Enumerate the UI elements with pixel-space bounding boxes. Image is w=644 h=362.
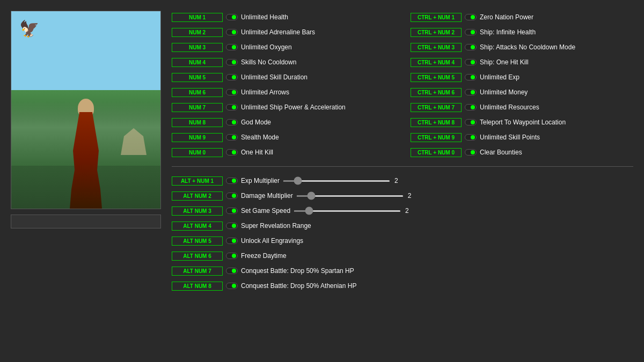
num-cheat-row: NUM 7 Unlimited Ship Power & Acceleratio… (172, 101, 394, 114)
toggle-icon[interactable] (465, 89, 477, 95)
ctrl-hotkey-btn[interactable]: CTRL + NUM 0 (411, 148, 462, 157)
ctrl-cheat-row: CTRL + NUM 5 Unlimited Exp (411, 71, 633, 84)
num-hotkey-btn[interactable]: NUM 7 (172, 103, 223, 112)
alt-hotkey-btn[interactable]: ALT NUM 4 (172, 221, 223, 231)
num-hotkey-btn[interactable]: NUM 8 (172, 118, 223, 127)
toggle-icon[interactable] (226, 74, 238, 80)
num-cheat-row: NUM 2 Unlimited Adrenaline Bars (172, 26, 394, 39)
num-cheat-row: NUM 1 Unlimited Health (172, 11, 394, 24)
ctrl-cheat-label: Unlimited Skill Points (480, 134, 540, 141)
multiplier-slider[interactable] (296, 195, 404, 197)
alt-hotkey-btn[interactable]: ALT NUM 8 (172, 282, 223, 291)
toggle-icon[interactable] (226, 89, 238, 95)
ctrl-hotkey-btn[interactable]: CTRL + NUM 4 (411, 58, 462, 67)
alt-cheat-label: Exp Multiplier (241, 177, 280, 184)
toggle-icon[interactable] (226, 14, 238, 20)
toggle-icon[interactable] (465, 44, 477, 50)
toggle-icon[interactable] (226, 208, 238, 214)
cheat-label: Unlimited Arrows (241, 88, 289, 96)
ctrl-hotkey-btn[interactable]: CTRL + NUM 6 (411, 88, 462, 97)
toggle-icon[interactable] (226, 119, 238, 125)
alt-section: ALT + NUM 1 Exp Multiplier 2 ALT NUM 2 D… (172, 174, 633, 292)
toggle-icon[interactable] (226, 29, 238, 35)
cheats-grid: NUM 1 Unlimited Health CTRL + NUM 1 Zero… (172, 11, 633, 159)
toggle-icon[interactable] (465, 14, 477, 20)
slider-container: 2 (294, 207, 633, 215)
alt-cheat-row: ALT NUM 4 Super Revelation Range (172, 219, 633, 232)
toggle-icon[interactable] (465, 119, 477, 125)
toggle-icon[interactable] (226, 149, 238, 156)
ctrl-cheat-row: CTRL + NUM 0 Clear Bounties (411, 146, 633, 159)
num-cheat-row: NUM 8 God Mode (172, 116, 394, 129)
ctrl-cheat-label: Ship: Infinite Health (480, 28, 536, 36)
num-cheat-row: NUM 0 One Hit Kill (172, 146, 394, 159)
ctrl-cheat-label: Ship: Attacks No Cooldown Mode (480, 43, 575, 51)
ctrl-hotkey-btn[interactable]: CTRL + NUM 1 (411, 13, 462, 22)
divider (172, 166, 633, 167)
game-cover: 🦅 (11, 11, 161, 209)
toggle-icon[interactable] (226, 238, 238, 244)
alt-hotkey-btn[interactable]: ALT NUM 6 (172, 252, 223, 261)
ctrl-hotkey-btn[interactable]: CTRL + NUM 2 (411, 28, 462, 37)
slider-container: 2 (296, 192, 633, 200)
num-hotkey-btn[interactable]: NUM 9 (172, 133, 223, 142)
toggle-icon[interactable] (465, 59, 477, 65)
num-hotkey-btn[interactable]: NUM 2 (172, 28, 223, 37)
alt-hotkey-btn[interactable]: ALT NUM 5 (172, 237, 223, 246)
toggle-icon[interactable] (226, 178, 238, 184)
ctrl-cheat-label: Clear Bounties (480, 149, 522, 156)
alt-cheat-label: Damage Multiplier (241, 192, 293, 200)
toggle-icon[interactable] (465, 29, 477, 35)
num-hotkey-btn[interactable]: NUM 1 (172, 13, 223, 22)
slider-value: 2 (405, 207, 413, 215)
toggle-icon[interactable] (226, 134, 238, 141)
slider-container: 2 (283, 177, 633, 184)
toggle-icon[interactable] (226, 223, 238, 229)
cheat-label: God Mode (241, 119, 271, 126)
alt-hotkey-btn[interactable]: ALT NUM 3 (172, 206, 223, 216)
toggle-icon[interactable] (465, 74, 477, 80)
alt-cheat-row: ALT NUM 3 Set Game Speed 2 (172, 204, 633, 217)
cheat-label: Unlimited Oxygen (241, 43, 292, 51)
right-panel: NUM 1 Unlimited Health CTRL + NUM 1 Zero… (172, 11, 633, 351)
ctrl-cheat-row: CTRL + NUM 6 Unlimited Money (411, 86, 633, 99)
multiplier-slider[interactable] (294, 210, 401, 212)
left-panel: 🦅 (11, 11, 161, 351)
toggle-icon[interactable] (226, 44, 238, 50)
ctrl-hotkey-btn[interactable]: CTRL + NUM 8 (411, 118, 462, 127)
alt-cheat-label: Super Revelation Range (241, 222, 311, 230)
alt-hotkey-btn[interactable]: ALT NUM 7 (172, 267, 223, 276)
toggle-icon[interactable] (226, 104, 238, 110)
ctrl-hotkey-btn[interactable]: CTRL + NUM 9 (411, 133, 462, 142)
num-hotkey-btn[interactable]: NUM 0 (172, 148, 223, 157)
alt-hotkey-btn[interactable]: ALT NUM 2 (172, 191, 223, 201)
multiplier-slider[interactable] (283, 180, 390, 182)
num-cheat-row: NUM 4 Skills No Cooldown (172, 56, 394, 69)
alt-cheat-label: Freeze Daytime (241, 252, 287, 260)
alt-cheat-label: Set Game Speed (241, 207, 290, 215)
alt-hotkey-btn[interactable]: ALT + NUM 1 (172, 176, 223, 186)
toggle-icon[interactable] (226, 268, 238, 274)
num-hotkey-btn[interactable]: NUM 3 (172, 43, 223, 52)
slider-value: 2 (408, 192, 416, 200)
ctrl-cheat-row: CTRL + NUM 7 Unlimited Resources (411, 101, 633, 114)
toggle-icon[interactable] (226, 253, 238, 259)
ctrl-cheat-label: Unlimited Resources (480, 104, 539, 111)
cheat-label: One Hit Kill (241, 149, 273, 156)
ctrl-cheat-label: Ship: One Hit Kill (480, 58, 529, 66)
toggle-icon[interactable] (226, 59, 238, 65)
ctrl-hotkey-btn[interactable]: CTRL + NUM 3 (411, 43, 462, 52)
toggle-icon[interactable] (226, 283, 238, 289)
toggle-icon[interactable] (465, 104, 477, 110)
ctrl-cheat-row: CTRL + NUM 3 Ship: Attacks No Cooldown M… (411, 41, 633, 54)
num-hotkey-btn[interactable]: NUM 5 (172, 73, 223, 82)
num-hotkey-btn[interactable]: NUM 6 (172, 88, 223, 97)
ctrl-hotkey-btn[interactable]: CTRL + NUM 7 (411, 103, 462, 112)
slider-value: 2 (394, 177, 402, 184)
cheat-label: Unlimited Health (241, 13, 288, 21)
toggle-icon[interactable] (226, 193, 238, 199)
ctrl-hotkey-btn[interactable]: CTRL + NUM 5 (411, 73, 462, 82)
toggle-icon[interactable] (465, 149, 477, 156)
num-hotkey-btn[interactable]: NUM 4 (172, 58, 223, 67)
toggle-icon[interactable] (465, 134, 477, 141)
